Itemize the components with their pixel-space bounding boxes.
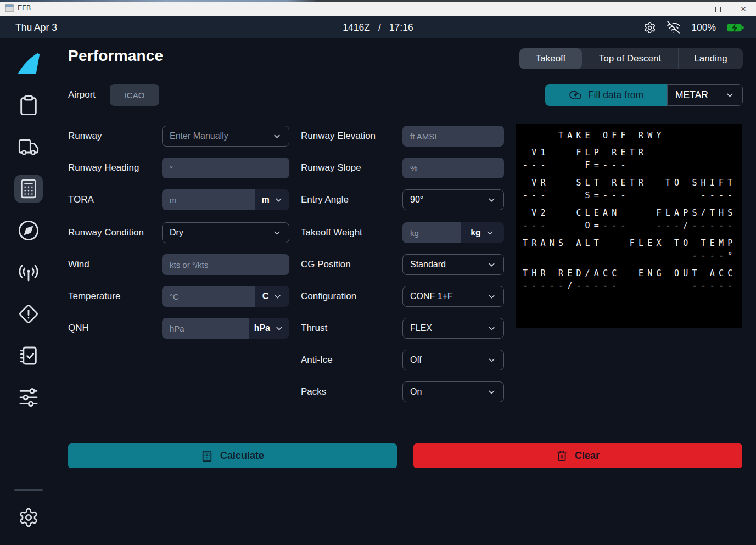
close-icon: ✕ bbox=[741, 5, 747, 13]
chevron-down-icon bbox=[487, 260, 496, 269]
field-row-runway: Runway Enter Manually bbox=[68, 126, 289, 147]
tora-unit-select[interactable]: m bbox=[255, 189, 289, 210]
field-row-tora: TORA m bbox=[68, 189, 289, 210]
sidebar-item-checklist[interactable] bbox=[14, 341, 43, 370]
compass-icon bbox=[18, 220, 40, 241]
field-row-configuration: Configuration CONF 1+F bbox=[301, 286, 504, 307]
temperature-input[interactable] bbox=[162, 286, 255, 307]
tora-label: TORA bbox=[68, 194, 162, 205]
sidebar-item-logo[interactable] bbox=[14, 49, 43, 78]
status-clock: 1416Z / 17:16 bbox=[0, 22, 756, 33]
field-row-thrust: Thrust FLEX bbox=[301, 318, 504, 339]
clipboard-icon bbox=[18, 94, 40, 116]
chevron-down-icon bbox=[272, 228, 282, 238]
sidebar-item-truck[interactable] bbox=[14, 133, 43, 161]
runway-condition-value: Dry bbox=[170, 228, 183, 238]
field-row-runway-elevation: Runway Elevation bbox=[301, 126, 504, 147]
checklist-icon bbox=[18, 345, 40, 367]
sidebar-item-radio[interactable] bbox=[14, 258, 43, 286]
mcdu-line: --- S=--- ---- bbox=[523, 189, 742, 202]
close-button[interactable]: ✕ bbox=[731, 2, 756, 16]
app-icon bbox=[5, 4, 14, 12]
window-top-border bbox=[0, 0, 756, 2]
entry-angle-value: 90° bbox=[410, 195, 423, 205]
chevron-down-icon bbox=[274, 195, 283, 205]
runway-condition-label: Runway Condition bbox=[68, 227, 162, 238]
sidebar-item-warning[interactable] bbox=[14, 300, 43, 328]
fill-data-label: Fill data from bbox=[588, 89, 643, 101]
chevron-down-icon bbox=[725, 91, 735, 100]
mcdu-line: VR SLT RETR TO SHIFT bbox=[523, 177, 742, 189]
settings-icon[interactable] bbox=[643, 21, 656, 34]
packs-label: Packs bbox=[301, 386, 402, 397]
runway-select[interactable]: Enter Manually bbox=[162, 126, 289, 147]
tab-top-of-descent[interactable]: Top of Descent bbox=[582, 48, 678, 69]
page-title: Performance bbox=[68, 47, 163, 65]
runway-condition-select[interactable]: Dry bbox=[162, 222, 289, 243]
qnh-input[interactable] bbox=[162, 318, 249, 339]
mcdu-line: TRANS ALT FLEX TO TEMP bbox=[523, 237, 742, 250]
field-row-runway-slope: Runway Slope bbox=[301, 158, 504, 178]
sidebar-item-sliders[interactable] bbox=[14, 383, 43, 412]
battery-charging-icon bbox=[726, 23, 744, 33]
calculate-label: Calculate bbox=[220, 450, 264, 462]
qnh-label: QNH bbox=[68, 323, 162, 334]
cg-position-select[interactable]: Standard bbox=[402, 254, 504, 275]
chevron-down-icon bbox=[273, 292, 282, 301]
runway-value: Enter Manually bbox=[170, 131, 228, 141]
qnh-unit-value: hPa bbox=[254, 323, 270, 333]
fill-source-value: METAR bbox=[675, 89, 708, 101]
utc-time: 1416Z bbox=[343, 22, 370, 33]
runway-elevation-input[interactable] bbox=[402, 126, 504, 147]
thrust-select[interactable]: FLEX bbox=[402, 318, 504, 339]
field-row-cg-position: CG Position Standard bbox=[301, 254, 504, 275]
anti-ice-select[interactable]: Off bbox=[402, 350, 504, 370]
field-row-temperature: Temperature C bbox=[68, 286, 289, 307]
qnh-unit-select[interactable]: hPa bbox=[249, 318, 289, 339]
wind-input[interactable] bbox=[162, 254, 289, 275]
tora-input[interactable] bbox=[162, 189, 255, 210]
status-bar: Thu Apr 3 1416Z / 17:16 100% bbox=[0, 16, 756, 38]
minimize-button[interactable] bbox=[680, 2, 705, 16]
field-row-runway-heading: Runway Heading bbox=[68, 158, 289, 178]
mcdu-line: ----° bbox=[523, 250, 742, 262]
airport-icao-input[interactable] bbox=[110, 84, 159, 106]
tab-landing[interactable]: Landing bbox=[678, 48, 743, 69]
packs-select[interactable]: On bbox=[402, 381, 504, 402]
fill-data-button[interactable]: Fill data from bbox=[545, 84, 667, 106]
fill-source-select[interactable]: METAR bbox=[667, 84, 743, 106]
field-row-packs: Packs On bbox=[301, 381, 504, 402]
takeoff-weight-input[interactable] bbox=[402, 222, 461, 243]
temperature-label: Temperature bbox=[68, 291, 162, 302]
packs-value: On bbox=[410, 387, 422, 397]
runway-elevation-label: Runway Elevation bbox=[301, 131, 402, 142]
maximize-icon bbox=[715, 7, 721, 12]
minimize-icon bbox=[690, 9, 696, 9]
maximize-button[interactable] bbox=[705, 2, 731, 16]
sidebar-item-calculator[interactable] bbox=[14, 175, 43, 203]
wifi-off-icon bbox=[667, 20, 681, 35]
sidebar-item-compass[interactable] bbox=[14, 216, 43, 245]
mcdu-line: TAKE OFF RWY bbox=[523, 130, 742, 142]
time-separator: / bbox=[378, 22, 381, 33]
runway-slope-input[interactable] bbox=[402, 158, 504, 178]
entry-angle-select[interactable]: 90° bbox=[402, 189, 504, 210]
entry-angle-label: Entry Angle bbox=[301, 194, 402, 205]
takeoff-weight-unit-select[interactable]: kg bbox=[461, 222, 504, 243]
chevron-down-icon bbox=[487, 387, 496, 397]
window-title: EFB bbox=[18, 4, 31, 12]
chevron-down-icon bbox=[487, 195, 496, 205]
tab-takeoff[interactable]: Takeoff bbox=[519, 48, 582, 69]
cloud-download-icon bbox=[569, 88, 582, 102]
runway-label: Runway bbox=[68, 131, 162, 142]
configuration-select[interactable]: CONF 1+F bbox=[402, 286, 504, 307]
form-column-right: Runway ElevationRunway SlopeEntry Angle … bbox=[301, 126, 504, 413]
runway-heading-input[interactable] bbox=[162, 158, 289, 178]
temperature-unit-select[interactable]: C bbox=[255, 286, 289, 307]
wind-label: Wind bbox=[68, 259, 162, 270]
sidebar-item-settings[interactable] bbox=[14, 503, 43, 532]
clear-button[interactable]: Clear bbox=[413, 443, 742, 468]
calculate-button[interactable]: Calculate bbox=[68, 443, 397, 468]
runway-heading-label: Runway Heading bbox=[68, 162, 162, 173]
sidebar-item-clipboard[interactable] bbox=[14, 91, 43, 120]
